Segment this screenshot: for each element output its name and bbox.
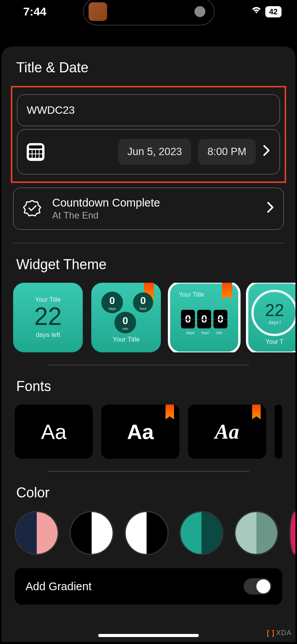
bubble-min-label: min [123,327,128,331]
font-sample: Aa [215,420,239,444]
theme-preview-sub: days left [36,331,60,339]
font-option[interactable]: Aa [15,405,93,459]
now-playing-thumbnail [89,2,107,21]
theme-card-simple[interactable]: Your Title 22 days left [13,283,83,352]
flip-label: days [186,331,194,335]
color-swatch[interactable] [125,511,169,555]
ring-label: days l [268,320,280,325]
title-input-row[interactable] [17,94,280,126]
font-sample: Aa [127,420,154,444]
theme-scroll[interactable]: Your Title 22 days left 0 days 0 hour 0 … [2,283,295,352]
battery-indicator: 42 [265,6,282,17]
bubble-min: 0 [123,315,128,327]
homepod-icon [195,6,205,17]
theme-preview-number: 22 [34,304,61,329]
premium-ribbon-icon [252,405,261,419]
countdown-complete-subtitle: At The End [52,210,160,221]
add-gradient-row[interactable]: Add Gradient [15,568,282,605]
theme-preview-title: Your T [266,338,283,345]
toggle-knob [256,579,270,593]
gradient-toggle[interactable] [244,578,271,594]
bubble-days-label: days [108,307,116,311]
settings-panel: Title & Date Jun 5, 2023 8:00 PM Countdo… [2,46,295,642]
time-pill[interactable]: 8:00 PM [198,139,256,165]
home-indicator[interactable] [98,634,199,637]
color-swatch[interactable] [234,511,278,555]
bubble-hour: 0 [140,295,146,307]
color-swatch[interactable] [289,511,295,555]
theme-card-flip[interactable]: Your Title 0 0 0 days hour min [169,283,239,352]
theme-preview-title: Your Title [179,291,204,298]
countdown-complete-row[interactable]: Countdown Complete At The End [13,188,284,230]
countdown-complete-title: Countdown Complete [52,196,160,209]
flip-digit: 0 [181,310,195,328]
watermark: [ ]XDA [267,629,292,637]
flip-label: hour [201,331,209,335]
calendar-icon [27,143,44,161]
status-bar: 7:44 42 [0,0,297,23]
color-swatch[interactable] [15,511,59,555]
theme-preview-title: Your Title [113,336,140,343]
chevron-right-icon [263,144,270,160]
theme-card-bubbles[interactable]: 0 days 0 hour 0 min Your Title [91,283,161,352]
countdown-complete-stack: Countdown Complete At The End [52,196,160,221]
dynamic-island[interactable] [83,0,215,26]
section-title-date: Title & Date [2,60,295,86]
bubble-hour-label: hour [140,307,147,311]
section-fonts: Fonts [2,365,295,405]
ring-number: 22 [265,301,284,320]
premium-ribbon-icon [166,405,174,419]
date-pill[interactable]: Jun 5, 2023 [118,139,191,165]
bubble-days: 0 [109,295,115,307]
flip-digit: 0 [197,310,211,328]
wifi-icon [251,7,261,17]
theme-card-ring[interactable]: 22 days l Your T [248,283,295,352]
color-swatch[interactable] [179,511,224,555]
status-time: 7:44 [23,5,46,18]
highlighted-region: Jun 5, 2023 8:00 PM [11,86,286,183]
flip-digit: 0 [213,310,227,328]
section-widget-theme: Widget Theme [2,243,295,283]
date-time-row[interactable]: Jun 5, 2023 8:00 PM [17,129,280,174]
premium-ribbon-icon [222,283,232,300]
status-right: 42 [251,6,282,17]
flip-label: min [216,331,222,335]
chevron-right-icon [266,201,274,217]
font-option[interactable]: Aa [101,405,179,459]
seal-check-icon [23,199,41,219]
font-sample: Aa [41,420,67,444]
font-option[interactable] [275,405,282,459]
color-scroll[interactable] [2,511,295,555]
section-color: Color [2,471,295,511]
add-gradient-label: Add Gradient [26,580,92,593]
color-swatch[interactable] [70,511,114,555]
font-option[interactable]: Aa [188,405,266,459]
font-scroll[interactable]: Aa Aa Aa [2,405,295,459]
title-input[interactable] [27,104,270,116]
